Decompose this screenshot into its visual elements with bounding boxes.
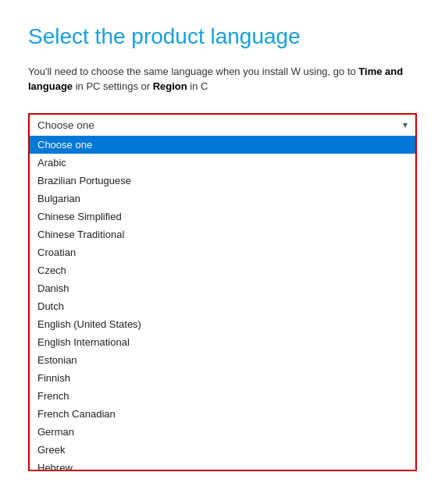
page-container: Select the product language You'll need … xyxy=(0,0,445,504)
dropdown-item[interactable]: Finnish xyxy=(30,369,415,387)
dropdown-selected-value: Choose one xyxy=(37,119,94,131)
dropdown-item[interactable]: French Canadian xyxy=(30,405,415,423)
dropdown-item[interactable]: Chinese Simplified xyxy=(30,208,415,225)
dropdown-item[interactable]: Dutch xyxy=(30,297,415,315)
dropdown-item[interactable]: Bulgarian xyxy=(30,190,415,208)
description-text-1: You'll need to choose the same language … xyxy=(28,66,301,77)
dropdown-item[interactable]: English (United States) xyxy=(30,315,415,333)
dropdown-item[interactable]: Choose one xyxy=(30,136,415,154)
page-title: Select the product language xyxy=(28,23,417,50)
dropdown-item[interactable]: Czech xyxy=(30,261,415,279)
page-description: You'll need to choose the same language … xyxy=(28,64,417,94)
dropdown-item[interactable]: Greek xyxy=(30,441,415,459)
dropdown-item[interactable]: Arabic xyxy=(30,154,415,172)
description-text-2: using, go to xyxy=(301,66,358,77)
dropdown-trigger[interactable]: Choose one ▾ xyxy=(30,115,415,136)
dropdown-items-scroll[interactable]: Choose oneArabicBrazilian PortugueseBulg… xyxy=(30,136,415,470)
description-text-3: in PC settings or xyxy=(73,80,153,92)
dropdown-item[interactable]: English International xyxy=(30,333,415,351)
dropdown-item[interactable]: French xyxy=(30,387,415,405)
dropdown-item[interactable]: Brazilian Portuguese xyxy=(30,172,415,190)
dropdown-item[interactable]: Chinese Traditional xyxy=(30,225,415,243)
dropdown-item[interactable]: German xyxy=(30,423,415,441)
dropdown-item[interactable]: Croatian xyxy=(30,243,415,261)
chevron-down-icon: ▾ xyxy=(403,119,408,130)
description-text-4: in C xyxy=(187,80,208,92)
dropdown-item[interactable]: Estonian xyxy=(30,351,415,369)
dropdown-item[interactable]: Hebrew xyxy=(30,459,415,470)
language-dropdown-wrapper[interactable]: Choose one ▾ Choose oneArabicBrazilian P… xyxy=(28,113,417,137)
description-bold-2: Region xyxy=(153,80,187,92)
dropdown-list: Choose oneArabicBrazilian PortugueseBulg… xyxy=(28,136,417,471)
dropdown-item[interactable]: Danish xyxy=(30,279,415,297)
